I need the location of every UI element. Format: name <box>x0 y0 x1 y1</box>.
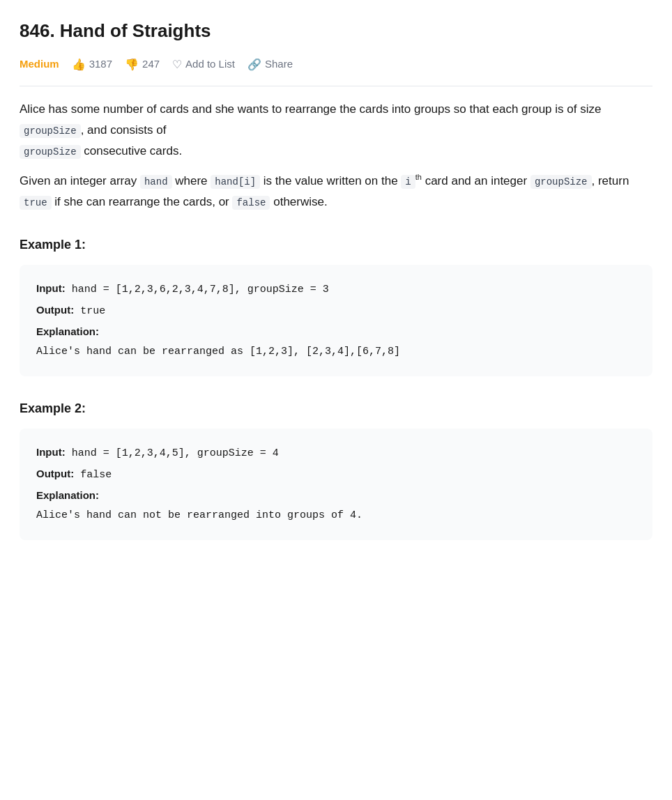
downvotes-item[interactable]: 👎 247 <box>125 56 160 74</box>
hand-code: hand <box>140 175 172 189</box>
desc-p2-part1: Given an integer array <box>20 174 140 187</box>
example-1: Example 1: Input: hand = [1,2,3,6,2,3,4,… <box>20 235 652 376</box>
hand-i-code: hand[i] <box>211 175 260 189</box>
desc-p2-part2: where <box>172 174 211 187</box>
example-1-block: Input: hand = [1,2,3,6,2,3,4,7,8], group… <box>20 265 652 376</box>
downvotes-count: 247 <box>142 56 160 72</box>
groupSize-code-2: groupSize <box>530 175 592 189</box>
add-to-list-button[interactable]: ♡ Add to List <box>172 56 235 74</box>
desc-p1-part3: consecutive cards. <box>81 144 183 157</box>
input-line: Input: hand = [1,2,3,4,5], groupSize = 4 <box>36 443 636 463</box>
true-code: true <box>20 196 52 210</box>
problem-title: 846. Hand of Straights <box>20 17 652 46</box>
downvote-icon: 👎 <box>125 56 139 74</box>
explanation-line: Alice's hand can not be rearranged into … <box>36 506 636 525</box>
input-value: hand = [1,2,3,6,2,3,4,7,8], groupSize = … <box>72 284 329 295</box>
groupSize-code-inline: groupSize <box>20 145 81 159</box>
heart-icon: ♡ <box>172 56 182 74</box>
output-value: true <box>80 305 105 317</box>
share-button[interactable]: 🔗 Share <box>247 56 293 74</box>
input-line: Input: hand = [1,2,3,6,2,3,4,7,8], group… <box>36 279 636 299</box>
i-th-text: ith <box>401 174 422 187</box>
i-code: i <box>401 175 415 189</box>
input-value: hand = [1,2,3,4,5], groupSize = 4 <box>72 447 279 459</box>
examples-container: Example 1: Input: hand = [1,2,3,6,2,3,4,… <box>20 235 652 540</box>
explanation-label: Explanation: <box>36 489 99 501</box>
description-paragraph-2: Given an integer array hand where hand[i… <box>20 171 652 213</box>
upvotes-count: 3187 <box>89 56 112 72</box>
desc-p2-part5: , return <box>592 174 629 187</box>
output-line: Output: false <box>36 464 636 484</box>
explanation-line: Explanation: Alice's hand can be rearran… <box>36 322 636 361</box>
desc-p2-part7: otherwise. <box>270 195 327 208</box>
desc-p1-part2: , and consists of <box>81 123 167 137</box>
output-label: Output: <box>36 468 74 479</box>
description-paragraph-1: Alice has some number of cards and she w… <box>20 99 652 161</box>
example-2-title: Example 2: <box>20 399 652 419</box>
example-2-block: Input: hand = [1,2,3,4,5], groupSize = 4… <box>20 429 652 540</box>
desc-p2-part6: if she can rearrange the cards, or <box>52 195 233 208</box>
upvote-icon: 👍 <box>72 56 86 74</box>
explanation-line: Alice's hand can be rearranged as [1,2,3… <box>36 342 636 361</box>
share-label: Share <box>265 56 293 72</box>
share-icon: 🔗 <box>247 56 261 74</box>
desc-p2-part3: is the value written on the <box>260 174 401 187</box>
input-label: Input: <box>36 282 66 294</box>
desc-p1-part1: Alice has some number of cards and she w… <box>20 102 601 116</box>
false-code: false <box>232 196 270 210</box>
upvotes-item[interactable]: 👍 3187 <box>72 56 112 74</box>
example-1-title: Example 1: <box>20 235 652 255</box>
output-line: Output: true <box>36 300 636 321</box>
example-2: Example 2: Input: hand = [1,2,3,4,5], gr… <box>20 399 652 540</box>
meta-bar: Medium 👍 3187 👎 247 ♡ Add to List 🔗 Shar… <box>20 56 652 87</box>
output-label: Output: <box>36 304 74 316</box>
th-sup: th <box>415 174 422 182</box>
add-to-list-label: Add to List <box>185 56 235 72</box>
desc-p2-part4: card and an integer <box>422 174 530 187</box>
explanation-label: Explanation: <box>36 325 99 337</box>
groupSize-code-1: groupSize <box>20 124 81 138</box>
problem-description: Alice has some number of cards and she w… <box>20 99 652 213</box>
output-value: false <box>80 469 112 481</box>
input-label: Input: <box>36 446 66 458</box>
difficulty-badge[interactable]: Medium <box>20 56 59 72</box>
explanation-line: Explanation: Alice's hand can not be rea… <box>36 486 636 525</box>
